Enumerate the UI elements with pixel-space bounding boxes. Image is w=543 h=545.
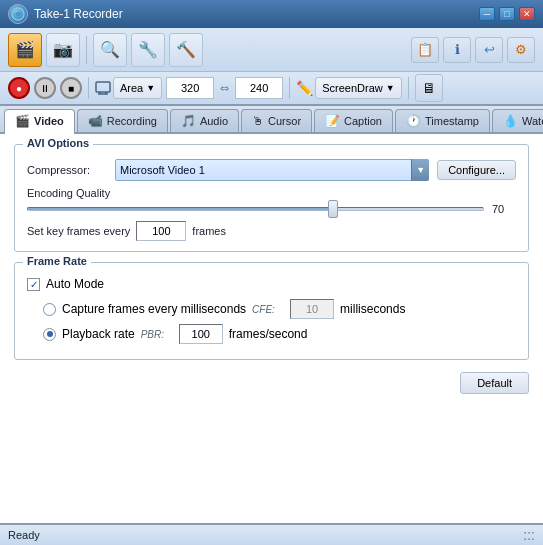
playback-label: Playback rate xyxy=(62,327,135,341)
keyframes-input[interactable] xyxy=(136,221,186,241)
compressor-select[interactable]: Microsoft Video 1 xyxy=(115,159,429,181)
cfe-input[interactable] xyxy=(290,299,334,319)
main-toolbar: 🎬 📷 🔍 🔧 🔨 📋 ℹ ↩ ⚙ xyxy=(0,28,543,72)
compressor-row: Compressor: Microsoft Video 1 ▼ Configur… xyxy=(27,159,516,181)
toolbar-camera-icon[interactable]: 📷 xyxy=(46,33,80,67)
auto-mode-checkbox[interactable]: ✓ xyxy=(27,278,40,291)
height-input[interactable] xyxy=(235,77,283,99)
tab-caption[interactable]: 📝 Caption xyxy=(314,109,393,132)
title-controls: ─ □ ✕ xyxy=(479,7,535,21)
keyframes-row: Set key frames every frames xyxy=(27,221,516,241)
tab-timestamp[interactable]: 🕐 Timestamp xyxy=(395,109,490,132)
tab-timestamp-label: Timestamp xyxy=(425,115,479,127)
toolbar-separator-1 xyxy=(86,36,87,64)
clipboard-icon[interactable]: 📋 xyxy=(411,37,439,63)
ms-label: milliseconds xyxy=(340,302,405,316)
auto-mode-label: Auto Mode xyxy=(46,277,104,291)
settings-icon[interactable]: ⚙ xyxy=(507,37,535,63)
tab-watermark-label: Watermark xyxy=(522,115,543,127)
quality-slider-track xyxy=(27,207,484,211)
area-label: Area xyxy=(120,82,143,94)
frame-rate-title: Frame Rate xyxy=(23,255,91,267)
tab-audio[interactable]: 🎵 Audio xyxy=(170,109,239,132)
undo-icon[interactable]: ↩ xyxy=(475,37,503,63)
monitor-icon xyxy=(95,81,111,95)
tab-cursor[interactable]: 🖱 Cursor xyxy=(241,109,312,132)
record-toolbar: ● ⏸ ■ Area ▼ ⇔ ✏️ ScreenDraw ▼ xyxy=(0,72,543,106)
quality-slider-row: 70 xyxy=(27,203,516,215)
encoding-quality-label: Encoding Quality xyxy=(27,187,516,199)
minimize-button[interactable]: ─ xyxy=(479,7,495,21)
tab-caption-label: Caption xyxy=(344,115,382,127)
avi-options-title: AVI Options xyxy=(23,137,93,149)
tab-recording-icon: 📹 xyxy=(88,114,103,128)
tabs-bar: 🎬 Video 📹 Recording 🎵 Audio 🖱 Cursor 📝 C… xyxy=(0,106,543,134)
tab-video-label: Video xyxy=(34,115,64,127)
playback-rate-radio[interactable] xyxy=(43,328,56,341)
record-separator-2 xyxy=(289,77,290,99)
info-icon[interactable]: ℹ xyxy=(443,37,471,63)
tab-caption-icon: 📝 xyxy=(325,114,340,128)
playback-rate-row: Playback rate PBR: frames/second xyxy=(43,324,516,344)
content-area: AVI Options Compressor: Microsoft Video … xyxy=(0,134,543,523)
tab-audio-icon: 🎵 xyxy=(181,114,196,128)
status-dots: ::: xyxy=(523,527,535,543)
compressor-select-wrapper: Microsoft Video 1 ▼ xyxy=(115,159,429,181)
toolbar-settings-icon[interactable]: 🔧 xyxy=(131,33,165,67)
capture-frames-label: Capture frames every milliseconds xyxy=(62,302,246,316)
configure-button[interactable]: Configure... xyxy=(437,160,516,180)
title-bar-left: Take-1 Recorder xyxy=(8,4,123,24)
pencil-icon: ✏️ xyxy=(296,80,313,96)
tab-video[interactable]: 🎬 Video xyxy=(4,109,75,134)
cfe-label: CFE: xyxy=(252,304,284,315)
capture-frames-radio[interactable] xyxy=(43,303,56,316)
dimension-link-icon: ⇔ xyxy=(218,82,231,95)
restore-button[interactable]: □ xyxy=(499,7,515,21)
pbr-label: PBR: xyxy=(141,329,173,340)
bottom-bar: Default xyxy=(14,370,529,396)
tab-watermark[interactable]: 💧 Watermark xyxy=(492,109,543,132)
record-separator xyxy=(88,77,89,99)
main-window: Take-1 Recorder ─ □ ✕ 🎬 📷 🔍 🔧 🔨 📋 ℹ ↩ ⚙ … xyxy=(0,0,543,545)
width-input[interactable] xyxy=(166,77,214,99)
close-button[interactable]: ✕ xyxy=(519,7,535,21)
window-title: Take-1 Recorder xyxy=(34,7,123,21)
tab-recording[interactable]: 📹 Recording xyxy=(77,109,168,132)
frame-rate-group: Frame Rate ✓ Auto Mode Capture frames ev… xyxy=(14,262,529,360)
keyframes-label: Set key frames every xyxy=(27,225,130,237)
capture-frames-row: Capture frames every milliseconds CFE: m… xyxy=(43,299,516,319)
stop-button[interactable]: ■ xyxy=(60,77,82,99)
default-button[interactable]: Default xyxy=(460,372,529,394)
monitor-small-icon[interactable]: 🖥 xyxy=(415,74,443,102)
record-separator-3 xyxy=(408,77,409,99)
auto-mode-row: ✓ Auto Mode xyxy=(27,277,516,291)
tab-video-icon: 🎬 xyxy=(15,114,30,128)
app-logo xyxy=(8,4,28,24)
frames-label: frames xyxy=(192,225,226,237)
fps-label: frames/second xyxy=(229,327,308,341)
encoding-quality-section: Encoding Quality 70 xyxy=(27,187,516,215)
quality-slider-value: 70 xyxy=(492,203,516,215)
tab-cursor-label: Cursor xyxy=(268,115,301,127)
tab-recording-label: Recording xyxy=(107,115,157,127)
tab-cursor-icon: 🖱 xyxy=(252,114,264,128)
toolbar-video-icon[interactable]: 🎬 xyxy=(8,33,42,67)
pbr-input[interactable] xyxy=(179,324,223,344)
tab-watermark-icon: 💧 xyxy=(503,114,518,128)
screendraw-button[interactable]: ScreenDraw ▼ xyxy=(315,77,401,99)
screendraw-dropdown-arrow: ▼ xyxy=(386,83,395,93)
screendraw-label: ScreenDraw xyxy=(322,82,383,94)
tab-audio-label: Audio xyxy=(200,115,228,127)
toolbar-search-icon[interactable]: 🔍 xyxy=(93,33,127,67)
status-bar: Ready ::: xyxy=(0,523,543,545)
pause-button[interactable]: ⏸ xyxy=(34,77,56,99)
title-bar: Take-1 Recorder ─ □ ✕ xyxy=(0,0,543,28)
toolbar-tools-icon[interactable]: 🔨 xyxy=(169,33,203,67)
record-button[interactable]: ● xyxy=(8,77,30,99)
area-dropdown[interactable]: Area ▼ xyxy=(113,77,162,99)
area-dropdown-arrow: ▼ xyxy=(146,83,155,93)
tab-timestamp-icon: 🕐 xyxy=(406,114,421,128)
svg-rect-1 xyxy=(96,82,110,92)
avi-options-group: AVI Options Compressor: Microsoft Video … xyxy=(14,144,529,252)
compressor-label: Compressor: xyxy=(27,164,107,176)
